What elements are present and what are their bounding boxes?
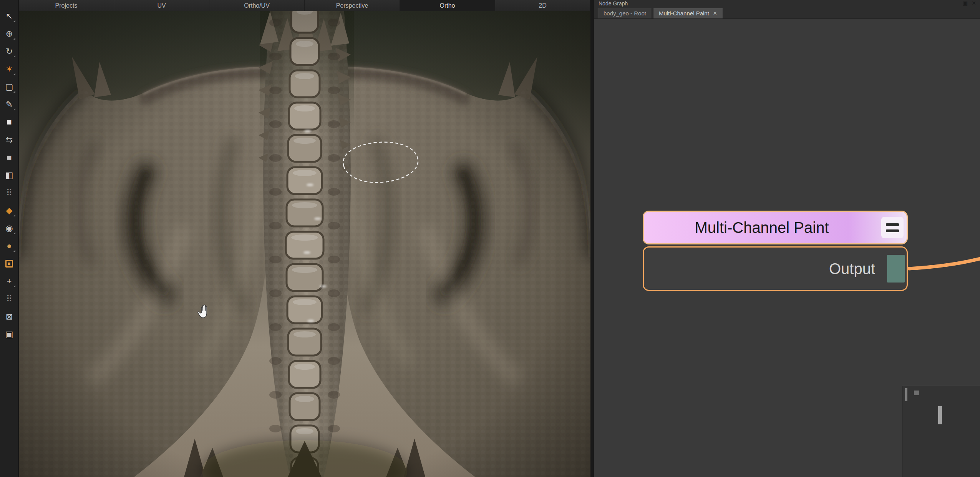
node-multi-channel-paint-header[interactable]: Multi-Channel Paint [643,211,908,244]
panel-splitter[interactable] [590,0,594,477]
tab-ortho-uv[interactable]: Ortho/UV [209,0,305,11]
zoom-tool[interactable]: ⊕ [3,28,16,40]
navigator-mini-node [914,391,919,395]
viewport-tabbar: ProjectsUVOrtho/UVPerspectiveOrtho2D [19,0,590,11]
tab-2d[interactable]: 2D [495,0,590,11]
navigator-mini-node [938,406,942,424]
tab-uv[interactable]: UV [114,0,209,11]
paint-brush-tool[interactable]: ✎ [3,98,16,111]
node-menu-icon[interactable] [881,217,904,238]
paint-target[interactable] [3,258,16,270]
panel-close-icon[interactable]: ✕ [972,0,976,6]
select-cursor-tool[interactable]: ↖ [3,10,16,22]
panel-controls: ▣ ✕ [963,0,976,6]
tab-ortho[interactable]: Ortho [400,0,495,11]
shading-sphere-tool[interactable]: ● [3,240,16,252]
tool-column: ↖⊕↻✶▢✎■⇆■◧⠿◆◉●+⠿⊠▣ [0,0,19,477]
no-paint-target[interactable]: ⊠ [3,311,16,323]
panel-title: Node Graph [599,0,628,7]
projection-toggle[interactable]: ◉ [3,222,16,234]
tab-close-icon[interactable]: ✕ [713,10,717,16]
navigator-scrollbar[interactable] [905,388,907,401]
paint-blob-tool[interactable]: ✶ [3,63,16,75]
app-window: ↖⊕↻✶▢✎■⇆■◧⠿◆◉●+⠿⊠▣ ProjectsUVOrtho/UVPer… [0,0,980,477]
swap-colors-tool[interactable]: ⇆ [3,134,16,146]
smudge-tool[interactable]: ◆ [3,204,16,217]
rotate-view-tool[interactable]: ↻ [3,45,16,58]
node-graph-panel: Node Graph ▣ ✕ body_geo - Root Multi-Cha… [594,0,980,477]
tab-perspective[interactable]: Perspective [305,0,400,11]
graph-tab-body-geo-root[interactable]: body_geo - Root [598,8,652,18]
add-tool[interactable]: + [3,275,16,288]
drag-handle-lower[interactable]: ⠿ [3,293,16,305]
viewport-scene[interactable] [19,11,590,477]
layered-view-tool[interactable]: ▣ [3,328,16,341]
mask-preview-swatch[interactable]: ◧ [3,169,16,181]
foreground-color-swatch[interactable]: ■ [3,116,16,128]
tab-projects[interactable]: Projects [19,0,114,11]
node-multi-channel-paint-body[interactable]: Output [643,246,908,291]
node-graph-navigator[interactable] [902,386,980,477]
output-port[interactable] [887,255,905,283]
drag-handle-upper[interactable]: ⠿ [3,187,16,199]
node-graph-tabbar: body_geo - Root Multi-Channel Paint ✕ [594,8,980,19]
graph-tab-multi-channel-paint[interactable]: Multi-Channel Paint ✕ [653,8,723,18]
node-output-label: Output [829,260,875,278]
panel-detach-icon[interactable]: ▣ [963,0,968,6]
viewport-3d[interactable] [19,11,590,477]
marquee-select-tool[interactable]: ▢ [3,81,16,93]
node-title: Multi-Channel Paint [695,219,829,236]
background-color-swatch[interactable]: ■ [3,151,16,164]
